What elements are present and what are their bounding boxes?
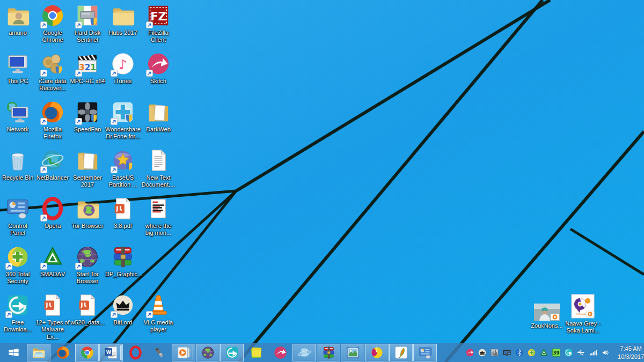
desktop-icon-label: MPC-HC x64 [70,78,105,85]
taskbar-button-skitch[interactable] [268,344,292,361]
desktop-icon-360-total-security[interactable]: 360 Total Security [0,245,35,285]
controlpanel-icon [5,196,30,221]
desktop-icon-free-downloa[interactable]: Free Downloa... [0,293,35,334]
taskbar-button-control-panel[interactable] [413,344,437,361]
taskbar-button-netbalancer[interactable] [292,344,316,361]
desktop-icon-start-tor-browser[interactable]: Start Tor Browser [70,245,105,285]
desktop-icon-this-pc[interactable]: This PC [0,51,35,85]
wondershare-icon [111,100,135,124]
desktop-icon-label: Opera [35,223,70,230]
desktop-icon-mozilla-firefox[interactable]: Mozilla Firefox [35,100,70,141]
desktop-icon-wondershare-dr-fone-for[interactable]: Wondershare Dr.Fone for... [105,100,141,141]
taskbar-button-sticky-notes[interactable] [244,344,268,361]
taskbar-button-media-ball[interactable] [365,344,389,361]
tray-bitlord-tray-icon[interactable] [478,348,487,357]
desktop-icon-dp-graphic[interactable]: DP_Graphic... [105,245,141,278]
svg-text:♪: ♪ [119,57,127,72]
desktop-icon-network[interactable]: Network [0,100,35,133]
desktop-icon-icare-data-recover[interactable]: iCare data Recover... [35,51,70,92]
netbalancer-icon [297,345,312,360]
shortcut-arrow-icon [75,21,82,28]
shortcut-arrow-icon [111,69,118,76]
taskbar-clock[interactable]: 7:45 AM 10/3/2017 [618,345,644,361]
mpc-icon: 321 [75,51,100,76]
desktop-icon-netbalancer[interactable]: NetBalancer [35,148,70,181]
desktop-icon-hubs-2017[interactable]: Hubs 2017 [105,3,141,36]
desktop-icon-september-2017[interactable]: September 2017 [70,148,105,189]
desktop-icon-12-types-of-malware-ex[interactable]: 12+ Types of Malware Ex... [35,293,70,341]
desktop-icon-label: w520_data... [70,319,105,326]
desktop-icon-control-panel[interactable]: Control Panel [0,196,35,237]
folder-page-icon [146,100,171,124]
desktop-icon-itunes[interactable]: ♪iTunes [105,51,141,85]
tray-battery-temp-badge-icon[interactable]: 39 [552,348,561,357]
itunes-icon: ♪ [111,51,135,76]
desktop-icon-zouknons[interactable]: ZoukNons... [528,296,566,329]
desktop-icon-speedfan[interactable]: SpeedFan [70,100,105,133]
desktop-icon-filezilla-client[interactable]: FZFileZilla Client [141,3,176,44]
tray-netbalancer-tray-icon[interactable] [490,348,499,357]
tray-usb-eject-tray-icon[interactable] [576,348,586,357]
desktop-icon-label: SMADΔV [35,271,70,278]
desktop-icon-tor-browser[interactable]: Tor Browser [70,196,105,230]
recycle-icon [5,148,30,173]
desktop-icon-hard-disk-sentinel[interactable]: Hard Disk Sentinel [70,3,105,44]
desktop-icon-darkweb[interactable]: DarkWeb [141,100,176,133]
taskbar-button-tor-browser[interactable] [196,344,219,361]
desktop-icon-vlc-media-player[interactable]: VLC media player [141,293,176,334]
desktop-icon-label: September 2017 [70,174,105,189]
taskbar-button-file-explorer[interactable] [27,344,50,361]
tray-fdm-tray-icon[interactable] [564,348,573,357]
desktop-icon-label: Google Chrome [35,29,70,44]
tray-volume-tray-icon[interactable] [601,348,610,357]
desktop-icon-new-text-document[interactable]: New Text Document.... [141,148,176,189]
desktop-icon-opera[interactable]: Opera [35,196,70,230]
chart-doc-icon [146,196,171,221]
taskbar-button-usb-drive[interactable] [148,344,171,361]
desktop-icon-skitch[interactable]: Skitch [141,51,176,85]
taskbar-button-firefox[interactable] [51,344,75,361]
shortcut-arrow-icon [146,311,153,317]
desktop-icon-label: Wondershare Dr.Fone for... [105,126,141,141]
taskbar-button-mpc-hc[interactable] [172,344,195,361]
taskbar-button-chrome[interactable] [75,344,99,361]
taskbar: W 39 7:45 AM 10/3/2017 [0,343,644,362]
tray-360-security-tray-icon[interactable] [527,348,536,357]
desktop-icon-recycle-bin[interactable]: Recycle Bin [0,148,35,181]
desktop-icon-easeus-partition[interactable]: EaseUS Partition ... [105,148,141,189]
netbalancer-icon [40,148,65,173]
desktop-icon-label: Naava Grey - Soka Lami... [564,320,602,335]
taskbar-button-photo-viewer[interactable] [341,344,364,361]
desktop-icon-google-chrome[interactable]: Google Chrome [35,3,70,44]
vlc-icon [146,293,171,317]
taskbar-button-opera[interactable] [123,344,147,361]
tray-display-tray-icon[interactable] [502,348,511,357]
tray-bluetooth-tray-icon[interactable] [515,348,524,357]
tray-smadav-tray-icon[interactable] [539,348,548,357]
desktop-icon-smad-v[interactable]: SMADΔV [35,245,70,278]
desktop-icon-where-the-big-mon[interactable]: where the big mon... [141,196,176,237]
tray-network-signal-tray-icon[interactable] [589,348,598,357]
shortcut-arrow-icon [40,214,47,221]
textdoc-icon [146,148,171,173]
taskbar-button-feather-app[interactable] [389,344,413,361]
usb-drive-icon [152,345,167,360]
start-button[interactable] [0,343,27,362]
desktop-icon-label: Hard Disk Sentinel [70,29,105,44]
taskbar-apps: W [27,343,437,362]
desktop-icon-bitlord[interactable]: BitLord [105,293,141,326]
desktop-icon-amuno[interactable]: amuno [0,3,35,36]
desktop-icon-label: 360 Total Security [0,271,35,285]
desktop-icon-label: where the big mon... [141,223,176,237]
desktop-icon-w520-data[interactable]: w520_data... [70,293,105,326]
fdm-icon [5,293,30,317]
desktop-icon-3-8-pdf[interactable]: 3.8.pdf [105,196,141,230]
shortcut-arrow-icon [75,117,82,124]
desktop-icon-naava-grey-soka-lami[interactable]: HowweNaava Grey - Soka Lami... [564,294,602,335]
skitch-icon [273,345,288,360]
tray-skitch-tray-icon[interactable] [465,348,474,357]
desktop-icon-mpc-hc-x64[interactable]: 321MPC-HC x64 [70,51,105,85]
taskbar-button-word[interactable]: W [99,344,123,361]
taskbar-button-free-download-manager[interactable] [220,344,244,361]
taskbar-button-winrar[interactable] [317,344,340,361]
